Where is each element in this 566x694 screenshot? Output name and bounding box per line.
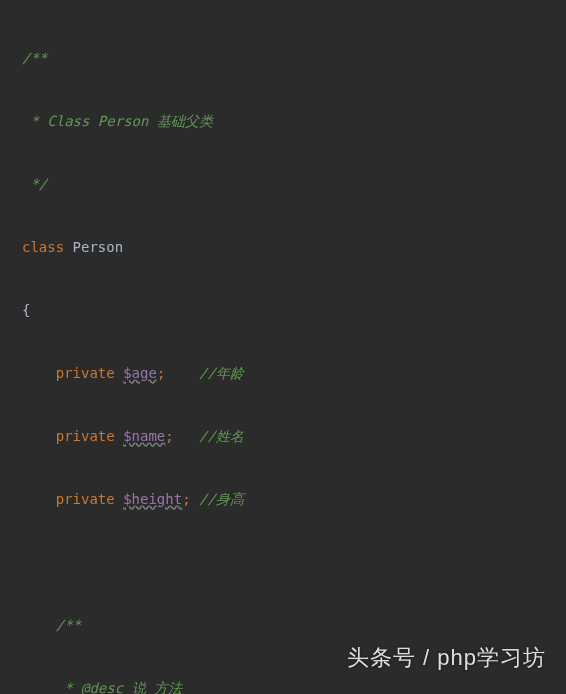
var-height: $height (123, 491, 182, 507)
private-keyword: private (22, 491, 123, 507)
doc-tag-desc: @desc (81, 680, 123, 694)
watermark: 头条号 / php学习坊 (347, 641, 546, 674)
doc-comment-open: /** (22, 50, 47, 66)
comment-age: //年龄 (199, 365, 244, 381)
code-area[interactable]: /** * Class Person 基础父类 */ class Person … (18, 0, 566, 694)
var-name: $name (123, 428, 165, 444)
doc-comment-desc: * Class Person 基础父类 (22, 113, 213, 129)
comment-height: //身高 (199, 491, 244, 507)
doc-text: 说 方法 (123, 680, 182, 694)
var-age: $age (123, 365, 157, 381)
code-line: * Class Person 基础父类 (22, 111, 566, 132)
code-line: private $age; //年龄 (22, 363, 566, 384)
code-editor[interactable]: /** * Class Person 基础父类 */ class Person … (0, 0, 566, 694)
doc-star: * (22, 680, 81, 694)
code-line: */ (22, 174, 566, 195)
code-line: class Person (22, 237, 566, 258)
code-line: private $height; //身高 (22, 489, 566, 510)
private-keyword: private (22, 428, 123, 444)
comment-name: //姓名 (199, 428, 244, 444)
code-line: private $name; //姓名 (22, 426, 566, 447)
code-line (22, 552, 566, 573)
code-line: /** (22, 615, 566, 636)
doc-comment-close: */ (22, 176, 47, 192)
doc-comment-open: /** (22, 617, 81, 633)
code-line: { (22, 300, 566, 321)
private-keyword: private (22, 365, 123, 381)
gutter (0, 0, 18, 694)
code-line: * @desc 说 方法 (22, 678, 566, 694)
code-line: /** (22, 48, 566, 69)
semi: ; (165, 428, 199, 444)
semi: ; (182, 491, 199, 507)
class-keyword: class (22, 239, 64, 255)
open-brace: { (22, 302, 30, 318)
semi: ; (157, 365, 199, 381)
class-name: Person (64, 239, 123, 255)
